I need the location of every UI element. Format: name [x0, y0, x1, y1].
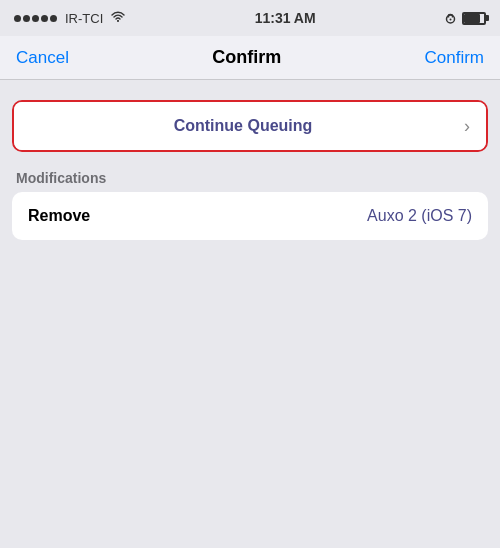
signal-dots	[14, 15, 57, 22]
status-time: 11:31 AM	[255, 10, 316, 26]
carrier-name: IR-TCI	[65, 11, 103, 26]
rotation-lock-icon	[444, 10, 457, 27]
signal-dot-4	[41, 15, 48, 22]
svg-point-2	[449, 18, 451, 20]
status-left: IR-TCI	[14, 10, 126, 26]
table-row: Remove Auxo 2 (iOS 7)	[12, 192, 488, 240]
signal-dot-3	[32, 15, 39, 22]
signal-dot-5	[50, 15, 57, 22]
chevron-right-icon: ›	[464, 116, 470, 137]
continue-queuing-label: Continue Queuing	[30, 117, 456, 135]
nav-bar: Cancel Confirm Confirm	[0, 36, 500, 80]
confirm-button[interactable]: Confirm	[424, 48, 484, 68]
signal-dot-1	[14, 15, 21, 22]
status-right	[444, 10, 486, 27]
battery-icon	[462, 12, 486, 25]
status-bar: IR-TCI 11:31 AM	[0, 0, 500, 36]
remove-action-label: Remove	[28, 207, 90, 225]
remove-value-label: Auxo 2 (iOS 7)	[367, 207, 472, 225]
svg-point-0	[117, 20, 119, 22]
signal-dot-2	[23, 15, 30, 22]
wifi-icon	[110, 10, 126, 26]
content-area: Continue Queuing › Modifications Remove …	[0, 80, 500, 252]
continue-queuing-wrapper: Continue Queuing ›	[12, 100, 488, 152]
modifications-table: Remove Auxo 2 (iOS 7)	[12, 192, 488, 240]
modifications-header: Modifications	[0, 160, 500, 192]
cancel-button[interactable]: Cancel	[16, 48, 69, 68]
battery-fill	[464, 14, 480, 23]
continue-queuing-row[interactable]: Continue Queuing ›	[14, 102, 486, 150]
nav-title: Confirm	[212, 47, 281, 68]
